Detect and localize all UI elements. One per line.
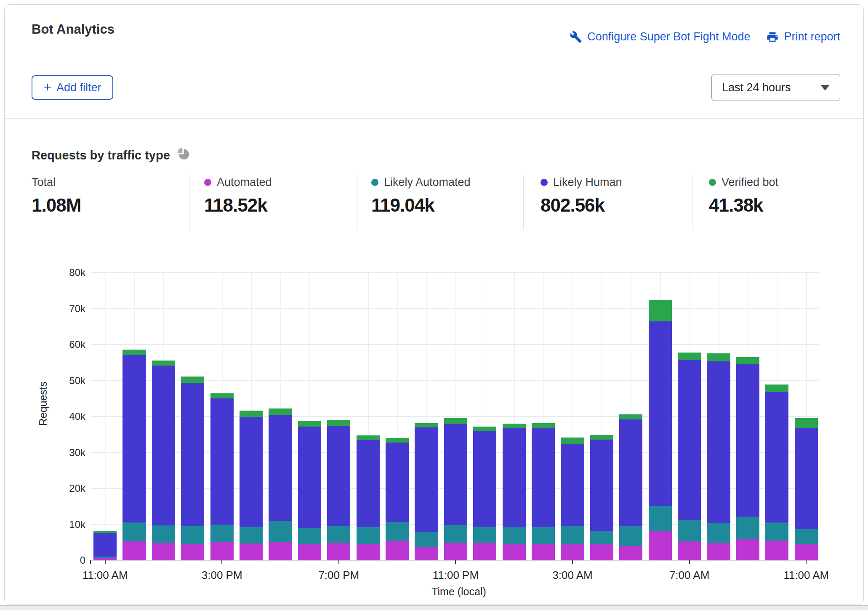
bar-12-00-AM[interactable] <box>473 427 496 560</box>
bar-9-00-AM[interactable] <box>736 357 759 560</box>
print-link-label: Print report <box>784 30 840 43</box>
verified-bot-segment <box>503 424 526 427</box>
likely-human-segment <box>298 427 321 528</box>
bar-8-00-AM[interactable] <box>707 353 730 560</box>
y-tick-label: 80k <box>39 267 85 278</box>
likely-automated-segment <box>269 521 292 542</box>
likely-human-segment <box>269 415 292 521</box>
stat-likely-human-value: 802.56k <box>541 195 622 216</box>
automated-segment <box>532 544 555 560</box>
automated-segment <box>152 543 175 560</box>
automated-segment <box>503 544 526 560</box>
automated-legend-dot <box>204 179 211 186</box>
automated-segment <box>122 541 146 560</box>
automated-segment <box>415 547 438 560</box>
bar-11-00-PM[interactable] <box>444 418 467 560</box>
automated-segment <box>240 544 263 560</box>
likely-automated-segment <box>210 525 234 542</box>
verified-bot-segment <box>649 300 672 321</box>
x-tick <box>221 560 222 564</box>
verified-bot-segment <box>590 435 613 440</box>
x-tick <box>105 560 106 564</box>
likely-automated-segment <box>619 526 642 546</box>
bar-4-00-PM[interactable] <box>240 411 263 560</box>
bar-5-00-PM[interactable] <box>269 408 292 560</box>
bar-11-00-AM[interactable] <box>795 418 818 560</box>
automated-segment <box>649 531 672 560</box>
requests-chart <box>91 273 819 560</box>
likely-human-segment <box>707 361 730 523</box>
bar-3-00-PM[interactable] <box>210 393 234 560</box>
verified-bot-segment <box>152 361 175 366</box>
gridline-80k <box>91 272 819 273</box>
bar-2-00-PM[interactable] <box>181 377 204 560</box>
likely-automated-segment <box>122 522 146 541</box>
verified-bot-segment <box>181 377 204 383</box>
add-filter-button[interactable]: + Add filter <box>32 75 113 100</box>
bar-7-00-PM[interactable] <box>327 420 350 560</box>
x-axis-title: Time (local) <box>413 586 505 598</box>
bar-12-00-PM[interactable] <box>122 350 146 560</box>
bar-2-00-AM[interactable] <box>532 423 555 560</box>
add-filter-label: Add filter <box>56 81 101 94</box>
automated-segment <box>707 543 730 560</box>
likely-human-segment <box>590 440 613 531</box>
verified-bot-segment <box>327 420 350 426</box>
verified-bot-segment <box>122 350 146 355</box>
stat-total: Total 1.08M <box>32 176 81 216</box>
bar-10-00-PM[interactable] <box>415 423 438 560</box>
x-tick <box>806 560 807 564</box>
y-tick-label: 10k <box>39 519 85 530</box>
bar-6-00-PM[interactable] <box>298 421 321 560</box>
likely-human-segment <box>386 443 409 522</box>
x-tick <box>338 560 339 564</box>
verified-bot-segment <box>386 438 409 443</box>
likely-automated-legend-dot <box>371 179 378 186</box>
stat-verified-bot-value: 41.38k <box>709 195 778 216</box>
bar-8-00-PM[interactable] <box>357 435 380 560</box>
configure-super-bot-fight-mode-link[interactable]: Configure Super Bot Fight Mode <box>570 30 750 43</box>
bar-4-00-AM[interactable] <box>590 435 613 560</box>
bar-11-00-AM[interactable] <box>93 531 117 560</box>
print-report-link[interactable]: Print report <box>766 30 840 43</box>
likely-automated-segment <box>298 528 321 544</box>
bar-5-00-AM[interactable] <box>619 414 642 560</box>
verified-bot-segment <box>357 435 380 440</box>
time-range-value: Last 24 hours <box>722 81 820 94</box>
x-tick <box>572 560 573 564</box>
bar-1-00-AM[interactable] <box>503 424 526 560</box>
likely-human-segment <box>152 366 175 525</box>
page-title: Bot Analytics <box>32 22 114 37</box>
y-tick-label: 30k <box>39 447 85 459</box>
next-section-edge <box>0 605 868 610</box>
likely-automated-segment <box>327 526 350 543</box>
bar-1-00-PM[interactable] <box>152 361 175 560</box>
verified-bot-segment <box>678 353 701 360</box>
likely-human-segment <box>357 440 380 527</box>
bar-10-00-AM[interactable] <box>765 385 788 560</box>
automated-segment <box>357 544 380 560</box>
bar-6-00-AM[interactable] <box>649 300 672 560</box>
bot-analytics-page: Bot Analytics Configure Super Bot Fight … <box>0 0 868 610</box>
likely-human-segment <box>181 383 204 526</box>
axis-origin-tick <box>90 560 91 564</box>
bar-7-00-AM[interactable] <box>678 353 701 560</box>
x-tick-label: 7:00 PM <box>301 569 377 582</box>
automated-segment <box>298 544 321 560</box>
time-range-select[interactable]: Last 24 hours <box>711 74 840 101</box>
verified-bot-segment <box>269 408 292 415</box>
likely-human-segment <box>795 428 818 529</box>
x-tick-label: 3:00 PM <box>184 569 260 582</box>
bar-3-00-AM[interactable] <box>561 438 584 560</box>
likely-automated-segment <box>181 526 204 544</box>
stat-divider <box>189 175 190 230</box>
y-tick-label: 40k <box>39 411 85 422</box>
likely-automated-segment <box>736 517 759 539</box>
likely-automated-segment <box>795 529 818 544</box>
automated-segment <box>795 544 818 560</box>
bar-9-00-PM[interactable] <box>386 438 409 560</box>
likely-automated-segment <box>765 522 788 541</box>
stat-likely-human-label: Likely Human <box>553 176 622 189</box>
likely-automated-segment <box>473 527 496 543</box>
x-tick <box>455 560 456 564</box>
